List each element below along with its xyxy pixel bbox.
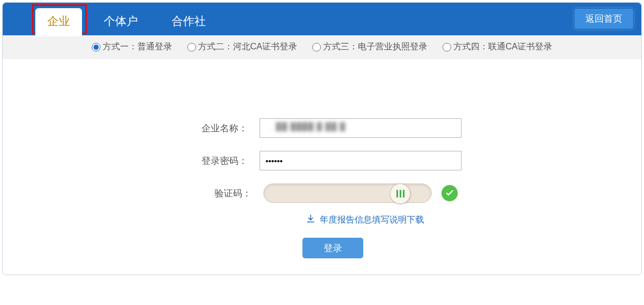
login-form: 企业名称： ．██ ████ █ ██ █ 登录密码： 验证码：: [3, 59, 641, 275]
grip-icon: [396, 190, 405, 198]
row-captcha: 验证码：: [3, 183, 641, 203]
password-input[interactable]: [260, 151, 462, 170]
method-elicense-radio[interactable]: [312, 43, 321, 52]
company-input[interactable]: ．██ ████ █ ██ █: [260, 118, 462, 138]
tab-cooperative[interactable]: 合作社: [160, 8, 218, 36]
tab-individual[interactable]: 个体户: [92, 8, 150, 36]
download-icon: [306, 214, 315, 226]
method-normal-label: 方式一：普通登录: [103, 41, 172, 53]
method-unicom-ca[interactable]: 方式四：联通CA证书登录: [443, 41, 552, 53]
method-elicense[interactable]: 方式三：电子营业执照登录: [312, 41, 427, 53]
return-home-button[interactable]: 返回首页: [574, 8, 634, 29]
tab-enterprise[interactable]: 企业: [35, 8, 82, 36]
row-password: 登录密码：: [3, 151, 641, 170]
method-unicom-ca-radio[interactable]: [443, 43, 451, 52]
method-unicom-ca-label: 方式四：联通CA证书登录: [453, 41, 552, 53]
method-hebei-ca-label: 方式二：河北CA证书登录: [198, 41, 297, 53]
method-normal-radio[interactable]: [92, 43, 100, 52]
download-text: 年度报告信息填写说明下载: [320, 214, 424, 226]
method-elicense-label: 方式三：电子营业执照登录: [323, 41, 427, 53]
login-panel: 企业 个体户 合作社 返回首页 方式一：普通登录 方式二：河北CA证书登录 方式…: [2, 2, 642, 275]
header-bar: 企业 个体户 合作社 返回首页: [3, 3, 641, 35]
download-row: 年度报告信息填写说明下载: [89, 214, 641, 226]
company-label: 企业名称：: [182, 122, 248, 135]
login-button-row: 登录: [24, 238, 641, 258]
captcha-label: 验证码：: [186, 187, 251, 200]
check-icon: [445, 188, 454, 198]
method-normal[interactable]: 方式一：普通登录: [92, 41, 172, 53]
captcha-slider[interactable]: [263, 183, 432, 203]
entity-type-tabs: 企业 个体户 合作社: [35, 7, 218, 35]
download-instructions-link[interactable]: 年度报告信息填写说明下载: [306, 214, 424, 226]
login-button[interactable]: 登录: [302, 238, 363, 258]
login-method-row: 方式一：普通登录 方式二：河北CA证书登录 方式三：电子营业执照登录 方式四：联…: [3, 35, 641, 59]
method-hebei-ca[interactable]: 方式二：河北CA证书登录: [187, 41, 297, 53]
captcha-success-icon: [441, 185, 458, 201]
method-hebei-ca-radio[interactable]: [187, 43, 196, 52]
row-company: 企业名称： ．██ ████ █ ██ █: [3, 118, 641, 138]
slider-handle[interactable]: [390, 183, 411, 204]
password-label: 登录密码：: [182, 155, 248, 167]
